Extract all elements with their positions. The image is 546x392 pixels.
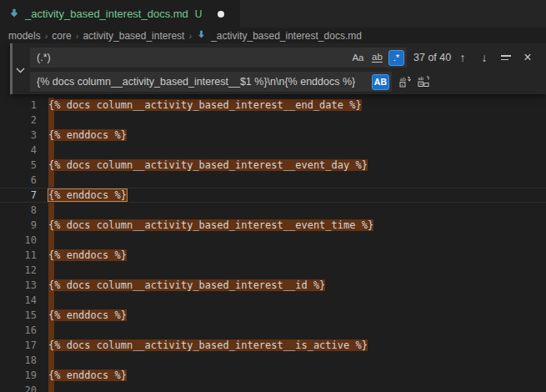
- replace-input[interactable]: {% docs column__activity_based_interest_…: [30, 72, 392, 92]
- code-line-10[interactable]: 10: [0, 233, 546, 248]
- line-content: {% enddocs %}: [37, 308, 127, 323]
- code-line-17[interactable]: 17{% docs column__activity_based_interes…: [0, 338, 546, 353]
- close-find-button[interactable]: ×: [521, 50, 534, 65]
- breadcrumb-separator: ›: [45, 31, 48, 41]
- line-content: [37, 353, 48, 368]
- breadcrumb-separator: ›: [76, 31, 79, 41]
- line-number: 6: [0, 173, 37, 188]
- line-number: 3: [0, 128, 37, 143]
- line-content: [37, 113, 48, 128]
- code-line-1[interactable]: 1{% docs column__activity_based_interest…: [0, 98, 546, 113]
- find-match-highlight: {% docs column__activity_based_interest_…: [48, 279, 325, 291]
- preserve-case-button[interactable]: AB: [372, 74, 389, 90]
- code-line-19[interactable]: 19{% enddocs %}: [0, 368, 546, 383]
- breadcrumb: models › core › activity_based_interest …: [0, 28, 546, 43]
- find-input[interactable]: (.*) Aa ab .*: [30, 48, 407, 68]
- line-number: 19: [0, 368, 37, 383]
- line-content: {% enddocs %}: [37, 188, 127, 202]
- code-line-4[interactable]: 4: [0, 143, 546, 158]
- replace-icon: ab c: [398, 75, 412, 88]
- line-content: [37, 233, 48, 248]
- line-number: 13: [0, 278, 37, 293]
- replace-button[interactable]: ab c: [398, 75, 412, 88]
- previous-match-button[interactable]: ↑: [456, 50, 469, 65]
- line-content: {% docs column__activity_based_interest_…: [37, 278, 325, 293]
- markdown-file-icon: [8, 8, 20, 20]
- line-number: 5: [0, 158, 37, 173]
- replace-input-value: {% docs column__activity_based_interest_…: [37, 76, 372, 88]
- line-number: 14: [0, 293, 37, 308]
- code-line-11[interactable]: 11{% enddocs %}: [0, 248, 546, 263]
- find-match-highlight: {% enddocs %}: [48, 369, 127, 381]
- line-number: 4: [0, 143, 37, 158]
- tab-bar: _activity_based_interest_docs.md U: [0, 0, 546, 28]
- breadcrumb-item-core[interactable]: core: [52, 30, 71, 42]
- find-match-highlight: {% enddocs %}: [48, 249, 127, 261]
- code-line-7[interactable]: 7{% enddocs %}: [0, 188, 546, 203]
- editor-pane[interactable]: 1{% docs column__activity_based_interest…: [0, 43, 546, 392]
- line-number: 9: [0, 218, 37, 233]
- replace-all-button[interactable]: ab a: [417, 75, 430, 88]
- line-number: 11: [0, 248, 37, 263]
- breadcrumb-item-activity-based-interest[interactable]: activity_based_interest: [83, 30, 184, 42]
- line-content: {% enddocs %}: [37, 248, 127, 263]
- code-line-20[interactable]: 20: [0, 383, 546, 392]
- whole-word-button[interactable]: ab: [369, 50, 385, 66]
- line-content: {% docs column__activity_based_interest_…: [37, 338, 368, 353]
- regex-button[interactable]: .*: [388, 50, 404, 66]
- find-match-highlight: {% enddocs %}: [48, 129, 127, 141]
- line-content: [37, 173, 48, 188]
- results-count: 37 of 40: [413, 52, 451, 63]
- resize-sash[interactable]: [10, 43, 13, 94]
- code-line-16[interactable]: 16: [0, 323, 546, 338]
- find-in-selection-button[interactable]: [499, 50, 513, 65]
- line-content: [37, 293, 48, 308]
- code-line-18[interactable]: 18: [0, 353, 546, 368]
- line-content: [37, 383, 48, 392]
- code-line-3[interactable]: 3{% enddocs %}: [0, 128, 546, 143]
- code-line-8[interactable]: 8: [0, 203, 546, 218]
- modified-dot-icon[interactable]: [218, 11, 224, 18]
- code-line-13[interactable]: 13{% docs column__activity_based_interes…: [0, 278, 546, 293]
- tab-active-file[interactable]: _activity_based_interest_docs.md U: [0, 0, 240, 28]
- line-content: [37, 203, 48, 218]
- breadcrumb-item-models[interactable]: models: [8, 30, 41, 42]
- svg-text:ab: ab: [418, 76, 424, 81]
- match-case-button[interactable]: Aa: [350, 50, 366, 66]
- chevron-down-icon: [16, 62, 25, 77]
- line-number: 17: [0, 338, 37, 353]
- line-content: {% docs column__activity_based_interest_…: [37, 158, 368, 173]
- code-line-14[interactable]: 14: [0, 293, 546, 308]
- toggle-replace-button[interactable]: [10, 43, 30, 94]
- line-content: {% enddocs %}: [37, 128, 127, 143]
- breadcrumb-item-file[interactable]: _activity_based_interest_docs.md: [211, 30, 362, 42]
- line-number: 20: [0, 383, 37, 392]
- svg-text:a: a: [419, 82, 422, 86]
- line-number: 8: [0, 203, 37, 218]
- find-match-highlight: {% enddocs %}: [48, 309, 127, 321]
- find-match-highlight: {% docs column__activity_based_interest_…: [48, 339, 368, 351]
- breadcrumb-separator: ›: [188, 31, 192, 41]
- code-line-5[interactable]: 5{% docs column__activity_based_interest…: [0, 158, 546, 173]
- line-number: 1: [0, 98, 37, 113]
- next-match-button[interactable]: ↓: [478, 50, 491, 65]
- code-line-6[interactable]: 6: [0, 173, 546, 188]
- line-number: 10: [0, 233, 37, 248]
- code-line-2[interactable]: 2: [0, 113, 546, 128]
- find-match-highlight: {% docs column__activity_based_interest_…: [48, 159, 368, 171]
- line-number: 15: [0, 308, 37, 323]
- code-line-9[interactable]: 9{% docs column__activity_based_interest…: [0, 218, 546, 233]
- line-number: 12: [0, 263, 37, 278]
- find-match-highlight: {% enddocs %}: [48, 189, 127, 201]
- selection-icon: [501, 55, 511, 60]
- tab-title: _activity_based_interest_docs.md: [25, 8, 188, 20]
- line-content: [37, 263, 48, 278]
- svg-text:c: c: [402, 82, 404, 87]
- line-number: 2: [0, 113, 37, 128]
- line-content: {% docs column__activity_based_interest_…: [37, 98, 362, 113]
- line-content: {% enddocs %}: [37, 368, 127, 383]
- code-line-15[interactable]: 15{% enddocs %}: [0, 308, 546, 323]
- code-line-12[interactable]: 12: [0, 263, 546, 278]
- line-content: [37, 323, 48, 338]
- line-number: 7: [0, 188, 37, 202]
